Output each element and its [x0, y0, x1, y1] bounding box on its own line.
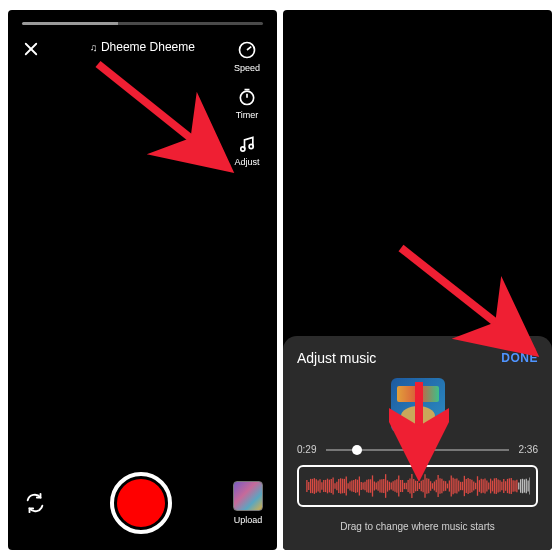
waveform-scrubber[interactable]	[297, 465, 538, 507]
annotation-arrow-adjust	[88, 58, 248, 188]
record-inner	[117, 479, 165, 527]
waveform-icon	[305, 471, 530, 501]
adjust-button[interactable]: Adjust	[227, 134, 267, 167]
svg-line-8	[98, 64, 228, 168]
side-toolbar: Speed Timer Adjust	[227, 40, 267, 167]
progress-bar	[22, 22, 263, 25]
bottom-bar: Upload	[8, 472, 277, 534]
done-button[interactable]: DONE	[501, 351, 538, 365]
svg-point-6	[241, 147, 245, 151]
album-art	[391, 378, 445, 432]
timer-icon	[237, 87, 257, 107]
sheet-title: Adjust music	[297, 350, 376, 366]
upload-thumbnail	[233, 481, 263, 511]
timer-label: Timer	[236, 110, 259, 120]
adjust-label: Adjust	[234, 157, 259, 167]
slider-thumb[interactable]	[352, 445, 362, 455]
svg-point-7	[249, 144, 253, 148]
speed-icon	[237, 40, 257, 60]
speed-label: Speed	[234, 63, 260, 73]
speed-button[interactable]: Speed	[227, 40, 267, 73]
camera-screen: ♫ Dheeme Dheeme Speed Timer Adjust	[8, 10, 277, 550]
hint-text: Drag to change where music starts	[297, 521, 538, 532]
adjust-music-screen: Adjust music DONE 0:29 2:36	[283, 10, 552, 550]
time-end-label: 2:36	[519, 444, 538, 455]
time-start-label: 0:29	[297, 444, 316, 455]
upload-label: Upload	[234, 515, 263, 525]
time-slider[interactable]	[326, 449, 508, 451]
music-note-icon: ♫	[90, 42, 98, 53]
song-title-label: Dheeme Dheeme	[101, 40, 195, 54]
flip-camera-icon	[24, 492, 46, 514]
record-button[interactable]	[110, 472, 172, 534]
flip-camera-button[interactable]	[22, 490, 48, 516]
timer-button[interactable]: Timer	[227, 87, 267, 120]
adjust-music-icon	[237, 134, 257, 154]
time-slider-row: 0:29 2:36	[297, 444, 538, 455]
adjust-music-sheet: Adjust music DONE 0:29 2:36	[283, 336, 552, 550]
upload-button[interactable]: Upload	[233, 481, 263, 525]
